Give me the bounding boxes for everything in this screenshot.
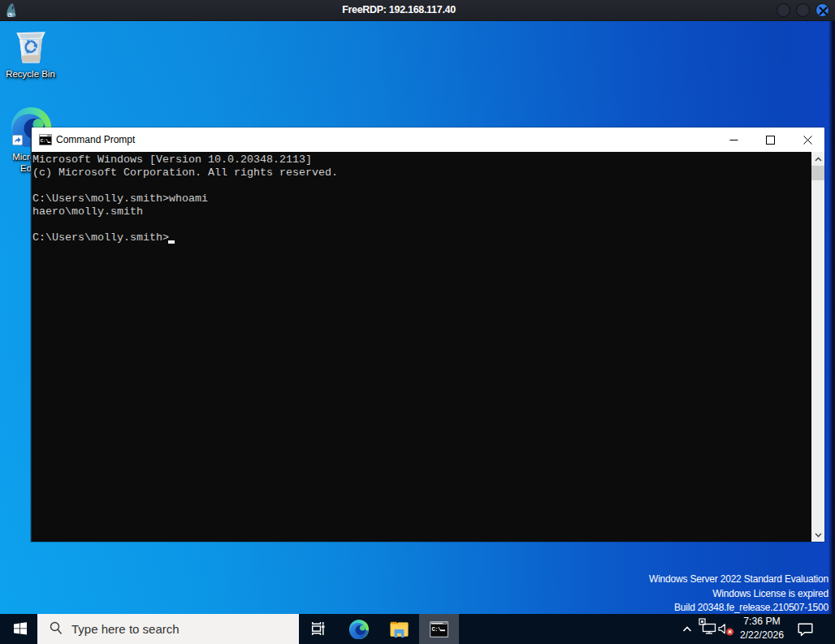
svg-text:C:\: C:\ bbox=[432, 626, 441, 633]
svg-text:C:\: C:\ bbox=[41, 138, 49, 144]
